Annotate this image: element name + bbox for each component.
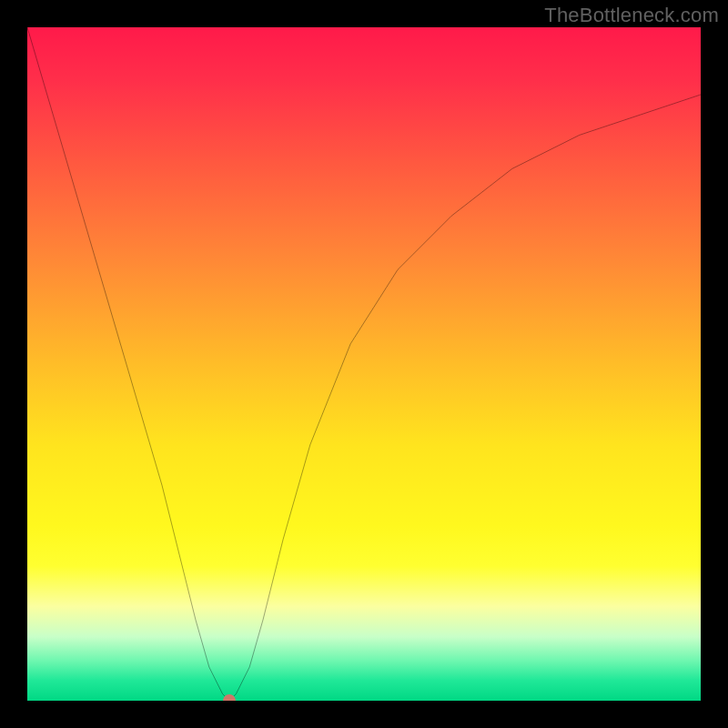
chart-curve-svg xyxy=(27,27,701,701)
chart-plot-area xyxy=(27,27,701,701)
watermark-text: TheBottleneck.com xyxy=(544,4,719,27)
chart-curve-path xyxy=(27,27,701,701)
chart-marker-dot xyxy=(223,694,236,701)
